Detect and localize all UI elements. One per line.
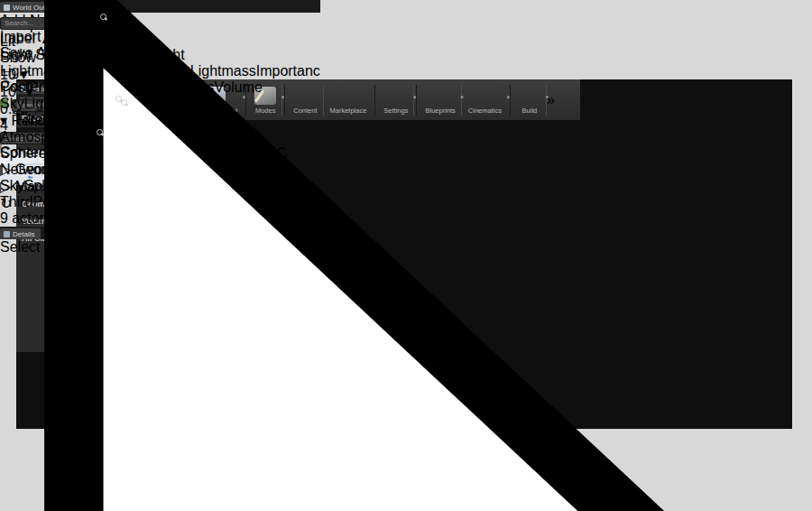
mouse-cursor xyxy=(0,0,812,511)
